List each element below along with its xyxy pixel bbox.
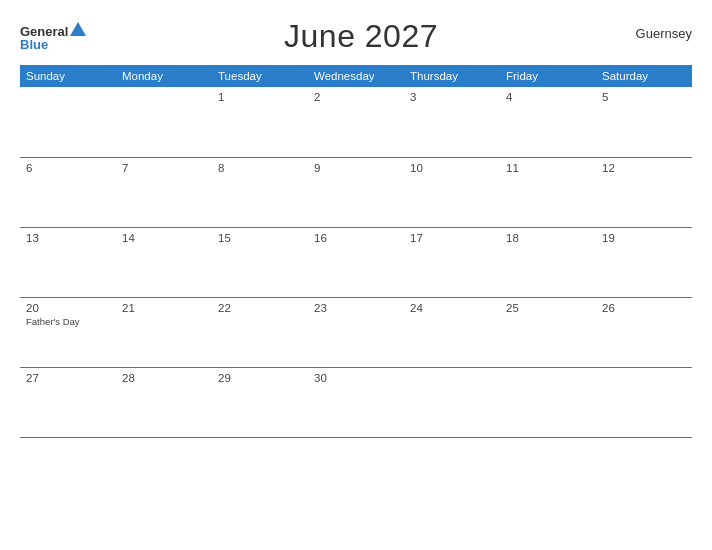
calendar-day-cell: 17 bbox=[404, 227, 500, 297]
calendar-day-cell: 5 bbox=[596, 87, 692, 157]
day-number: 22 bbox=[218, 302, 302, 314]
col-saturday: Saturday bbox=[596, 65, 692, 87]
day-number: 6 bbox=[26, 162, 110, 174]
calendar-day-cell: 27 bbox=[20, 367, 116, 437]
calendar-day-cell: 30 bbox=[308, 367, 404, 437]
calendar-day-cell: 23 bbox=[308, 297, 404, 367]
calendar-day-cell bbox=[20, 87, 116, 157]
day-number: 7 bbox=[122, 162, 206, 174]
col-thursday: Thursday bbox=[404, 65, 500, 87]
day-number: 3 bbox=[410, 91, 494, 103]
calendar-header-row: Sunday Monday Tuesday Wednesday Thursday… bbox=[20, 65, 692, 87]
page: General Blue June 2027 Guernsey Sunday M… bbox=[0, 0, 712, 550]
calendar-day-cell: 20Father's Day bbox=[20, 297, 116, 367]
calendar-day-cell: 22 bbox=[212, 297, 308, 367]
calendar-week-row: 12345 bbox=[20, 87, 692, 157]
calendar-week-row: 27282930 bbox=[20, 367, 692, 437]
day-number: 8 bbox=[218, 162, 302, 174]
day-number: 24 bbox=[410, 302, 494, 314]
calendar-day-cell: 24 bbox=[404, 297, 500, 367]
calendar-day-cell: 7 bbox=[116, 157, 212, 227]
calendar-day-cell: 21 bbox=[116, 297, 212, 367]
day-number: 1 bbox=[218, 91, 302, 103]
calendar-week-row: 6789101112 bbox=[20, 157, 692, 227]
calendar-day-cell: 29 bbox=[212, 367, 308, 437]
calendar-day-cell: 2 bbox=[308, 87, 404, 157]
calendar-week-row: 13141516171819 bbox=[20, 227, 692, 297]
calendar-day-cell: 28 bbox=[116, 367, 212, 437]
calendar-week-row: 20Father's Day212223242526 bbox=[20, 297, 692, 367]
day-number: 23 bbox=[314, 302, 398, 314]
calendar-day-cell bbox=[500, 367, 596, 437]
calendar-day-cell bbox=[596, 367, 692, 437]
calendar-day-cell: 3 bbox=[404, 87, 500, 157]
day-number: 28 bbox=[122, 372, 206, 384]
day-number: 20 bbox=[26, 302, 110, 314]
calendar-day-cell: 8 bbox=[212, 157, 308, 227]
day-number: 19 bbox=[602, 232, 686, 244]
day-number: 9 bbox=[314, 162, 398, 174]
day-number: 21 bbox=[122, 302, 206, 314]
col-monday: Monday bbox=[116, 65, 212, 87]
day-number: 26 bbox=[602, 302, 686, 314]
logo-blue-text: Blue bbox=[20, 38, 48, 51]
day-number: 5 bbox=[602, 91, 686, 103]
day-number: 14 bbox=[122, 232, 206, 244]
logo: General Blue bbox=[20, 22, 86, 51]
calendar-day-cell: 14 bbox=[116, 227, 212, 297]
col-sunday: Sunday bbox=[20, 65, 116, 87]
calendar-day-cell: 19 bbox=[596, 227, 692, 297]
day-number: 25 bbox=[506, 302, 590, 314]
calendar-day-cell bbox=[404, 367, 500, 437]
calendar-day-cell: 25 bbox=[500, 297, 596, 367]
calendar-table: Sunday Monday Tuesday Wednesday Thursday… bbox=[20, 65, 692, 438]
calendar-day-cell: 4 bbox=[500, 87, 596, 157]
day-number: 2 bbox=[314, 91, 398, 103]
day-number: 10 bbox=[410, 162, 494, 174]
calendar-day-cell: 16 bbox=[308, 227, 404, 297]
day-number: 15 bbox=[218, 232, 302, 244]
day-number: 4 bbox=[506, 91, 590, 103]
day-number: 29 bbox=[218, 372, 302, 384]
day-number: 12 bbox=[602, 162, 686, 174]
header: General Blue June 2027 Guernsey bbox=[20, 18, 692, 55]
logo-triangle-icon bbox=[70, 22, 86, 36]
region-label: Guernsey bbox=[636, 26, 692, 41]
calendar-day-cell: 18 bbox=[500, 227, 596, 297]
calendar-day-cell bbox=[116, 87, 212, 157]
day-event-label: Father's Day bbox=[26, 316, 110, 327]
col-tuesday: Tuesday bbox=[212, 65, 308, 87]
calendar-day-cell: 12 bbox=[596, 157, 692, 227]
calendar-day-cell: 15 bbox=[212, 227, 308, 297]
calendar-day-cell: 9 bbox=[308, 157, 404, 227]
day-number: 30 bbox=[314, 372, 398, 384]
col-wednesday: Wednesday bbox=[308, 65, 404, 87]
col-friday: Friday bbox=[500, 65, 596, 87]
day-number: 16 bbox=[314, 232, 398, 244]
day-number: 18 bbox=[506, 232, 590, 244]
day-number: 27 bbox=[26, 372, 110, 384]
month-title: June 2027 bbox=[284, 18, 438, 55]
calendar-day-cell: 1 bbox=[212, 87, 308, 157]
day-number: 13 bbox=[26, 232, 110, 244]
calendar-day-cell: 10 bbox=[404, 157, 500, 227]
day-number: 11 bbox=[506, 162, 590, 174]
calendar-day-cell: 6 bbox=[20, 157, 116, 227]
calendar-day-cell: 26 bbox=[596, 297, 692, 367]
calendar-day-cell: 11 bbox=[500, 157, 596, 227]
day-number: 17 bbox=[410, 232, 494, 244]
calendar-day-cell: 13 bbox=[20, 227, 116, 297]
